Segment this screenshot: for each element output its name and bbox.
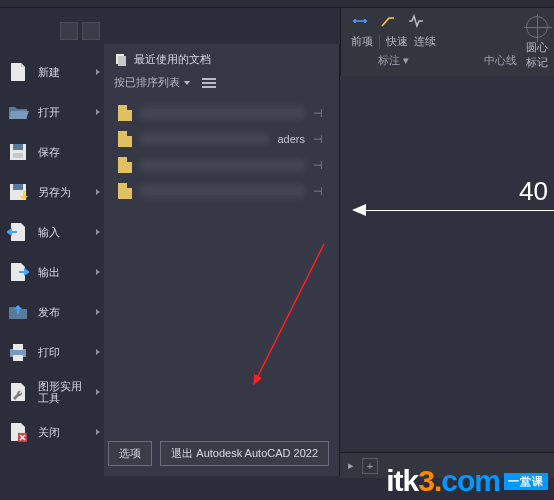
annotation-arrow: [234, 234, 334, 394]
publish-icon: [6, 300, 30, 324]
recent-file-item[interactable]: ⊣: [114, 178, 329, 204]
menu-publish[interactable]: 发布: [0, 292, 104, 332]
menu-import[interactable]: 输入: [0, 212, 104, 252]
open-folder-icon: [6, 100, 30, 124]
documents-icon: [114, 53, 128, 67]
pin-icon[interactable]: ⊣: [313, 185, 325, 197]
qat-icon-1[interactable]: [60, 22, 78, 40]
menu-print[interactable]: 打印: [0, 332, 104, 372]
watermark-p2: 3: [418, 464, 434, 498]
svg-rect-6: [13, 344, 23, 350]
menu-open-label: 打开: [38, 106, 60, 118]
recent-file-suffix: aders: [277, 133, 305, 145]
ribbon-continuous[interactable]: 连续: [414, 34, 436, 49]
ribbon-panel-label[interactable]: 标注 ▾: [378, 53, 409, 68]
recent-header-label: 最近使用的文档: [134, 52, 211, 67]
chevron-right-icon: [96, 69, 100, 75]
menu-publish-label: 发布: [38, 306, 60, 318]
chevron-right-icon: [96, 109, 100, 115]
drawing-canvas[interactable]: [340, 76, 554, 452]
close-file-icon: [6, 420, 30, 444]
qat-icon-2[interactable]: [82, 22, 100, 40]
recent-sort-row: 按已排序列表: [114, 75, 329, 90]
window-topbar: [0, 0, 554, 8]
chevron-right-icon: [96, 389, 100, 395]
recent-file-name: [140, 133, 269, 145]
menu-close-label: 关闭: [38, 426, 60, 438]
ribbon-prev-item[interactable]: 前项: [351, 34, 373, 49]
menu-export-label: 输出: [38, 266, 60, 278]
svg-rect-7: [13, 355, 23, 361]
print-icon: [6, 340, 30, 364]
svg-rect-10: [118, 56, 126, 66]
chevron-right-icon: [96, 349, 100, 355]
menu-print-label: 打印: [38, 346, 60, 358]
recent-file-name: [140, 185, 305, 197]
recent-file-name: [140, 107, 305, 119]
quick-access-toolbar: [60, 22, 100, 40]
centermark-icon[interactable]: [526, 16, 548, 38]
ribbon-mark-label: 标记: [526, 55, 548, 70]
watermark: itk3.com 一堂课: [386, 464, 548, 498]
menu-close[interactable]: 关闭: [0, 412, 104, 452]
ribbon-circ-label: 圆心: [526, 40, 548, 55]
export-icon: [6, 260, 30, 284]
menu-new-label: 新建: [38, 66, 60, 78]
pin-icon[interactable]: ⊣: [313, 159, 325, 171]
menu-import-label: 输入: [38, 226, 60, 238]
recent-documents-panel: 最近使用的文档 按已排序列表 ⊣ aders ⊣ ⊣ ⊣: [104, 44, 339, 476]
ribbon-separator: [379, 35, 380, 49]
svg-rect-1: [13, 144, 23, 150]
sort-dropdown[interactable]: 按已排序列表: [114, 75, 190, 90]
dimension-icon[interactable]: [351, 12, 369, 30]
dwg-file-icon: [118, 131, 132, 147]
menu-drawing-utilities[interactable]: 图形实用工具: [0, 372, 104, 412]
watermark-tag: 一堂课: [504, 473, 548, 490]
menu-save-label: 保存: [38, 146, 60, 158]
recent-file-name: [140, 159, 305, 171]
leader-icon[interactable]: [379, 12, 397, 30]
menu-new[interactable]: 新建: [0, 52, 104, 92]
app-menu-sidebar: 新建 打开 保存 另存为 输入: [0, 44, 104, 476]
pin-icon[interactable]: ⊣: [313, 107, 325, 119]
new-file-icon: [6, 60, 30, 84]
watermark-dot: .: [434, 464, 441, 498]
dimension-value: 40: [519, 176, 548, 207]
ribbon-fragment: 前项 快速 连续 标注 ▾ 中心线 圆心 标记: [340, 8, 554, 76]
saveas-icon: [6, 180, 30, 204]
recent-file-item[interactable]: aders ⊣: [114, 126, 329, 152]
svg-rect-4: [13, 184, 23, 190]
save-icon: [6, 140, 30, 164]
recent-file-item[interactable]: ⊣: [114, 100, 329, 126]
app-menu-footer: 选项 退出 Autodesk AutoCAD 2022: [108, 441, 329, 466]
dwg-file-icon: [118, 183, 132, 199]
menu-export[interactable]: 输出: [0, 252, 104, 292]
recent-file-item[interactable]: ⊣: [114, 152, 329, 178]
svg-rect-2: [13, 153, 23, 158]
exit-button[interactable]: 退出 Autodesk AutoCAD 2022: [160, 441, 329, 466]
pulse-icon[interactable]: [407, 12, 425, 30]
wrench-icon: [6, 380, 30, 404]
options-button[interactable]: 选项: [108, 441, 152, 466]
menu-saveas[interactable]: 另存为: [0, 172, 104, 212]
dwg-file-icon: [118, 105, 132, 121]
tab-indicator: ▸: [348, 459, 354, 472]
recent-documents-header: 最近使用的文档: [114, 52, 329, 67]
add-layout-button[interactable]: +: [362, 458, 378, 474]
menu-drawing-util-label: 图形实用工具: [38, 380, 82, 404]
chevron-right-icon: [96, 309, 100, 315]
application-menu: 新建 打开 保存 另存为 输入: [0, 44, 340, 476]
ribbon-centerline-label: 中心线: [484, 53, 517, 68]
menu-save[interactable]: 保存: [0, 132, 104, 172]
pin-icon[interactable]: ⊣: [313, 133, 325, 145]
menu-saveas-label: 另存为: [38, 186, 71, 198]
menu-open[interactable]: 打开: [0, 92, 104, 132]
watermark-p1: itk: [386, 464, 418, 498]
chevron-right-icon: [96, 269, 100, 275]
ribbon-quick[interactable]: 快速: [386, 34, 408, 49]
view-list-icon[interactable]: [202, 78, 216, 88]
import-icon: [6, 220, 30, 244]
watermark-p3: com: [441, 464, 500, 498]
chevron-right-icon: [96, 429, 100, 435]
dwg-file-icon: [118, 157, 132, 173]
